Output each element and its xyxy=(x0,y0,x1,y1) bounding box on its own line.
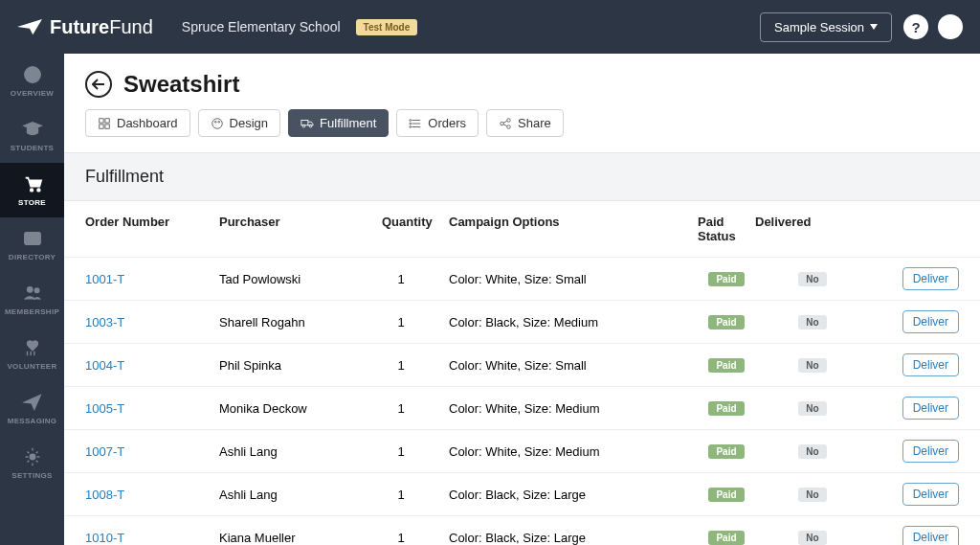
hand-heart-icon xyxy=(22,337,43,358)
sidebar-item-label: VOLUNTEER xyxy=(7,362,56,371)
sidebar-item-directory[interactable]: DIRECTORY xyxy=(0,217,64,272)
purchaser-name: Tad Powlowski xyxy=(219,272,382,286)
table-row: 1007-TAshli Lang1Color: White, Size: Med… xyxy=(64,430,980,473)
campaign-options: Color: White, Size: Medium xyxy=(420,401,669,416)
tab-fulfillment[interactable]: Fulfillment xyxy=(288,109,389,137)
gear-icon xyxy=(22,446,43,467)
table-body: 1001-TTad Powlowski1Color: White, Size: … xyxy=(64,258,980,545)
deliver-button[interactable]: Deliver xyxy=(902,397,959,420)
paid-status-badge: Paid xyxy=(708,401,744,416)
svg-point-5 xyxy=(27,287,33,293)
cart-icon xyxy=(22,173,43,194)
sidebar-item-volunteer[interactable]: VOLUNTEER xyxy=(0,327,64,381)
sidebar-item-label: OVERVIEW xyxy=(11,89,54,98)
svg-rect-10 xyxy=(100,124,103,127)
page-title: Sweatshirt xyxy=(123,71,239,98)
avatar[interactable] xyxy=(938,14,963,39)
delivered-badge: No xyxy=(798,315,826,329)
svg-rect-11 xyxy=(105,124,109,127)
tab-design[interactable]: Design xyxy=(198,109,280,137)
col-campaign-options: Campaign Options xyxy=(420,215,669,243)
table-row: 1005-TMonika Deckow1Color: White, Size: … xyxy=(64,387,980,430)
campaign-options: Color: White, Size: Small xyxy=(420,358,669,373)
tab-dashboard[interactable]: Dashboard xyxy=(85,109,190,137)
svg-point-18 xyxy=(410,119,412,121)
order-link[interactable]: 1007-T xyxy=(85,444,124,459)
deliver-button[interactable]: Deliver xyxy=(902,440,959,463)
order-link[interactable]: 1004-T xyxy=(85,358,124,373)
svg-point-13 xyxy=(214,121,216,123)
svg-point-6 xyxy=(34,288,39,293)
sidebar-item-store[interactable]: STORE xyxy=(0,163,64,217)
table-row: 1010-TKiana Mueller1Color: Black, Size: … xyxy=(64,516,980,545)
deliver-button[interactable]: Deliver xyxy=(902,353,959,376)
svg-rect-15 xyxy=(301,120,308,125)
paid-status-badge: Paid xyxy=(708,315,744,329)
sidebar-item-messaging[interactable]: MESSAGING xyxy=(0,381,64,436)
table-row: 1001-TTad Powlowski1Color: White, Size: … xyxy=(64,258,980,301)
share-icon xyxy=(499,117,512,130)
svg-point-1 xyxy=(30,189,33,192)
quantity-value: 1 xyxy=(382,444,420,459)
tab-share[interactable]: Share xyxy=(486,109,564,137)
deliver-button[interactable]: Deliver xyxy=(902,483,959,506)
send-icon xyxy=(22,392,43,413)
quantity-value: 1 xyxy=(382,401,420,416)
svg-point-14 xyxy=(217,121,219,123)
sidebar-item-label: DIRECTORY xyxy=(9,253,56,261)
paid-status-badge: Paid xyxy=(708,444,744,459)
help-button[interactable]: ? xyxy=(903,14,928,39)
deliver-button[interactable]: Deliver xyxy=(902,267,959,290)
users-icon xyxy=(22,283,43,304)
col-quantity: Quantity xyxy=(382,215,420,243)
session-label: Sample Session xyxy=(774,20,864,34)
table-row: 1004-TPhil Spinka1Color: White, Size: Sm… xyxy=(64,344,980,387)
delivered-badge: No xyxy=(798,531,826,545)
svg-point-22 xyxy=(507,118,511,122)
sidebar-item-label: STORE xyxy=(18,198,46,207)
grid-icon xyxy=(98,117,111,130)
sidebar-item-settings[interactable]: SETTINGS xyxy=(0,436,64,490)
sidebar-item-students[interactable]: STUDENTS xyxy=(0,108,64,163)
svg-point-17 xyxy=(309,125,312,127)
sidebar-item-label: STUDENTS xyxy=(11,144,55,152)
quantity-value: 1 xyxy=(382,531,420,545)
sidebar-item-membership[interactable]: MEMBERSHIP xyxy=(0,272,64,327)
quantity-value: 1 xyxy=(382,358,420,373)
sidebar-item-label: MEMBERSHIP xyxy=(5,307,59,316)
svg-rect-3 xyxy=(24,233,40,245)
back-button[interactable] xyxy=(85,71,112,98)
svg-rect-8 xyxy=(100,118,103,122)
purchaser-name: Phil Spinka xyxy=(219,358,382,373)
svg-rect-9 xyxy=(105,118,109,122)
campaign-options: Color: Black, Size: Large xyxy=(420,488,669,502)
sidebar: OVERVIEW STUDENTS STORE DIRECTORY MEMBER… xyxy=(0,54,64,545)
table-header: Order Number Purchaser Quantity Campaign… xyxy=(64,201,980,258)
order-link[interactable]: 1010-T xyxy=(85,531,124,545)
tab-orders[interactable]: Orders xyxy=(396,109,479,137)
svg-point-20 xyxy=(410,125,412,127)
topbar: FutureFund Spruce Elementary School Test… xyxy=(0,0,980,54)
delivered-badge: No xyxy=(798,401,826,416)
quantity-value: 1 xyxy=(382,488,420,502)
order-link[interactable]: 1008-T xyxy=(85,488,124,502)
sidebar-item-label: MESSAGING xyxy=(8,417,57,425)
id-card-icon xyxy=(22,228,43,249)
order-link[interactable]: 1001-T xyxy=(85,272,124,286)
col-purchaser: Purchaser xyxy=(219,215,382,243)
session-dropdown[interactable]: Sample Session xyxy=(760,12,892,42)
svg-point-12 xyxy=(212,118,222,128)
tab-bar: Dashboard Design Fulfillment Orders Shar… xyxy=(64,109,980,152)
order-link[interactable]: 1005-T xyxy=(85,401,124,416)
deliver-button[interactable]: Deliver xyxy=(902,310,959,333)
purchaser-name: Monika Deckow xyxy=(219,401,382,416)
deliver-button[interactable]: Deliver xyxy=(902,526,959,545)
brand-logo[interactable]: FutureFund xyxy=(17,16,153,38)
palette-icon xyxy=(211,117,224,130)
truck-icon xyxy=(301,117,314,130)
order-link[interactable]: 1003-T xyxy=(85,315,124,329)
purchaser-name: Sharell Rogahn xyxy=(219,315,382,329)
sidebar-item-overview[interactable]: OVERVIEW xyxy=(0,54,64,108)
campaign-options: Color: Black, Size: Large xyxy=(420,531,669,545)
delivered-badge: No xyxy=(798,444,826,459)
